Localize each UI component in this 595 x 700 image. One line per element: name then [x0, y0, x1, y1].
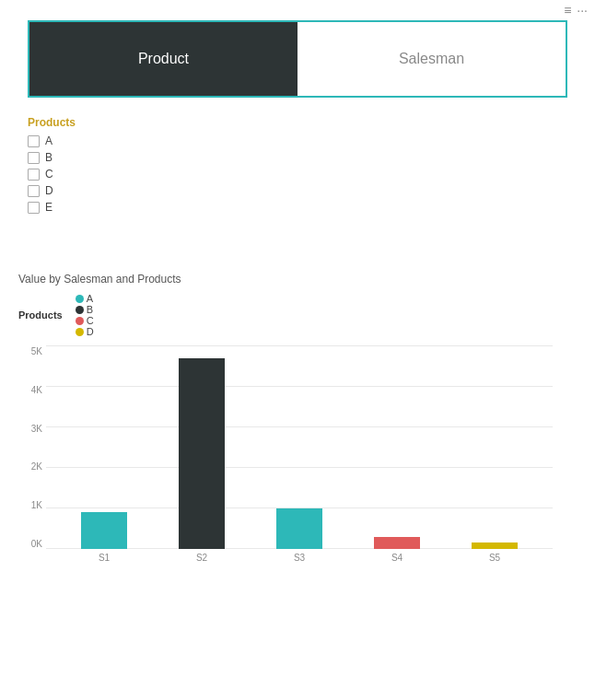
- tab-salesman-label: Salesman: [399, 51, 464, 67]
- bar-s4: [374, 537, 420, 549]
- x-label-s2: S2: [179, 553, 225, 563]
- checkbox-label-b: B: [45, 151, 52, 164]
- more-icon[interactable]: ···: [577, 3, 588, 18]
- checkbox-e[interactable]: [28, 202, 40, 214]
- checkbox-item-b: B: [28, 151, 567, 164]
- checkbox-item-a: A: [28, 134, 567, 147]
- legend-text-c: C: [87, 315, 94, 326]
- checkbox-label-c: C: [45, 168, 53, 181]
- checkbox-list: ABCDE: [28, 134, 567, 214]
- y-label-5: 5K: [18, 346, 46, 356]
- checkbox-item-c: C: [28, 168, 567, 181]
- checkbox-label-a: A: [45, 134, 52, 147]
- chart-legend: Products A B C D: [18, 293, 567, 337]
- bar-s5: [472, 542, 518, 549]
- legend-dot-d: [76, 328, 84, 336]
- tab-salesman[interactable]: Salesman: [298, 22, 566, 96]
- checkbox-d[interactable]: [28, 185, 40, 197]
- bar-s1: [81, 512, 127, 549]
- tab-product[interactable]: Product: [29, 22, 298, 96]
- checkbox-label-e: E: [45, 201, 52, 214]
- legend-item-c: C: [76, 315, 94, 326]
- legend-text-b: B: [87, 304, 93, 315]
- bar-s2: [179, 358, 225, 549]
- y-label-2: 2K: [18, 461, 46, 472]
- legend-item-d: D: [76, 326, 94, 337]
- x-label-s3: S3: [276, 553, 322, 563]
- legend-text-a: A: [87, 293, 93, 304]
- top-bar: ≡ ···: [0, 0, 595, 20]
- bars-area: [46, 346, 553, 549]
- x-label-s5: S5: [472, 553, 518, 563]
- chart-section: Value by Salesman and Products Products …: [0, 254, 595, 595]
- legend-item-b: B: [76, 304, 94, 315]
- tab-container: Product Salesman: [28, 20, 567, 98]
- filter-title: Products: [28, 116, 567, 129]
- checkbox-a[interactable]: [28, 135, 40, 147]
- legend-item-a: A: [76, 293, 94, 304]
- legend-dot-b: [76, 306, 84, 314]
- minimize-icon[interactable]: ≡: [564, 3, 571, 18]
- checkbox-item-d: D: [28, 184, 567, 197]
- checkbox-label-d: D: [45, 184, 53, 197]
- y-axis: 0K1K2K3K4K5K: [18, 346, 46, 549]
- y-label-4: 4K: [18, 385, 46, 395]
- y-label-0: 0K: [18, 539, 46, 549]
- checkbox-item-e: E: [28, 201, 567, 214]
- tab-product-label: Product: [138, 51, 189, 67]
- legend-dot-c: [76, 317, 84, 325]
- y-label-1: 1K: [18, 500, 46, 510]
- chart-title: Value by Salesman and Products: [18, 273, 567, 286]
- legend-text-d: D: [87, 326, 94, 337]
- chart-area: 0K1K2K3K4K5K S1S2S3S4S5: [18, 346, 553, 586]
- bar-s3: [276, 508, 322, 549]
- checkbox-c[interactable]: [28, 169, 40, 181]
- legend-dot-a: [76, 295, 84, 303]
- x-label-s1: S1: [81, 553, 127, 563]
- legend-title: Products: [18, 309, 63, 321]
- top-bar-icons: ≡ ···: [564, 3, 588, 18]
- checkbox-b[interactable]: [28, 152, 40, 164]
- x-labels: S1S2S3S4S5: [46, 553, 553, 563]
- x-label-s4: S4: [374, 553, 420, 563]
- filter-section: Products ABCDE: [0, 98, 595, 227]
- y-label-3: 3K: [18, 424, 46, 434]
